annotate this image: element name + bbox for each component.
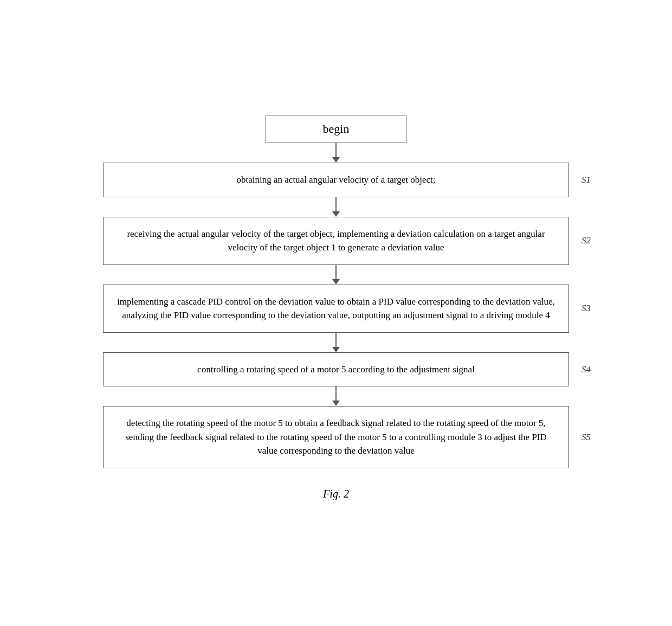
step-row-s5: detecting the rotating speed of the moto… [65,406,607,468]
step-box-s2: receiving the actual angular velocity of… [103,217,569,265]
step-label-s2: S2 [581,235,591,246]
arrow-3 [332,333,340,352]
arrow-1 [332,197,340,217]
step-row-s3: implementing a cascade PID control on th… [65,285,607,333]
arrow-4 [332,386,340,406]
step-label-s5: S5 [581,432,591,443]
step-row-s1: obtaining an actual angular velocity of … [65,163,607,197]
step-box-s3: implementing a cascade PID control on th… [103,285,569,333]
step-label-s4: S4 [581,364,591,375]
step-box-s1: obtaining an actual angular velocity of … [103,163,569,197]
flowchart: begin obtaining an actual angular veloci… [65,93,607,533]
figure-caption: Fig. 2 [323,488,349,500]
step-box-s4: controlling a rotating speed of a motor … [103,352,569,387]
step-row-s4: controlling a rotating speed of a motor … [65,352,607,387]
arrow-0 [332,143,340,163]
arrow-2 [332,265,340,285]
step-label-s1: S1 [581,175,591,185]
step-label-s3: S3 [581,303,591,314]
begin-box: begin [266,115,406,143]
step-box-s5: detecting the rotating speed of the moto… [103,406,569,468]
step-row-s2: receiving the actual angular velocity of… [65,217,607,265]
